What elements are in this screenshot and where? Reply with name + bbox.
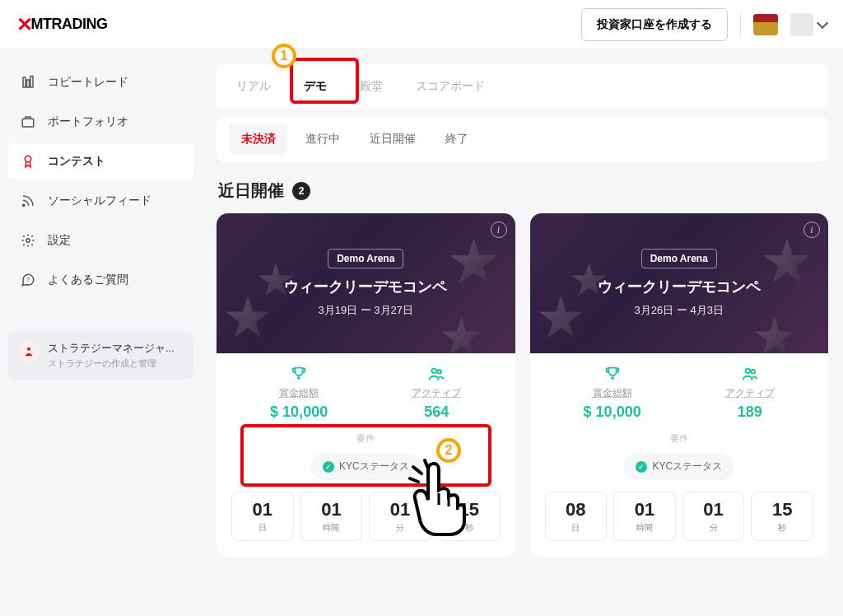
trophy-icon xyxy=(584,365,641,383)
sidebar-item-label: コピートレード xyxy=(48,75,128,90)
sidebar-item-label: コンテスト xyxy=(48,154,105,169)
kyc-status[interactable]: ✓ KYCステータス xyxy=(624,453,734,480)
active-value: 564 xyxy=(412,404,461,421)
svg-text:?: ? xyxy=(26,276,30,283)
sidebar-item-contest[interactable]: コンテスト xyxy=(8,143,193,180)
contest-card[interactable]: i Demo Arena ウィークリーデモコンペ 3月26日 ー 4月3日 賞金… xyxy=(530,213,829,558)
logo-text: MTRADING xyxy=(31,16,108,33)
req-label: 要件 xyxy=(558,432,801,445)
contest-dates: 3月19日 ー 3月27日 xyxy=(318,303,413,318)
sidebar-item-faq[interactable]: ? よくあるご質問 xyxy=(8,262,193,298)
sidebar-item-social[interactable]: ソーシャルフィード xyxy=(8,183,193,219)
treasure-icon[interactable] xyxy=(753,14,778,35)
active-label: アクティブ xyxy=(725,386,775,400)
card-banner: i Demo Arena ウィークリーデモコンペ 3月26日 ー 4月3日 xyxy=(530,213,829,353)
tabs-row: リアル デモ 殿堂 スコアボード xyxy=(217,64,828,109)
tab-hall[interactable]: 殿堂 xyxy=(360,64,383,109)
stats-row: 賞金総額 $ 10,000 アクティブ 189 xyxy=(542,365,817,421)
count-minutes: 01分 xyxy=(682,492,745,541)
sidebar-item-label: 設定 xyxy=(48,233,71,248)
requirements-box: 要件 ✓ KYCステータス xyxy=(245,432,487,480)
active-value: 189 xyxy=(725,404,775,421)
users-icon xyxy=(412,365,461,383)
chevron-down-icon xyxy=(817,16,828,28)
filter-upcoming[interactable]: 近日開催 xyxy=(358,124,427,155)
svg-point-12 xyxy=(751,370,755,374)
prize-stat: 賞金総額 $ 10,000 xyxy=(270,365,328,421)
avatar xyxy=(790,13,813,36)
count-minutes: 01分 xyxy=(369,492,431,541)
filter-ongoing[interactable]: 進行中 xyxy=(294,124,352,155)
arena-badge: Demo Arena xyxy=(641,249,717,268)
prize-stat: 賞金総額 $ 10,000 xyxy=(584,365,641,421)
briefcase-icon xyxy=(20,114,36,130)
svg-point-9 xyxy=(432,369,437,374)
logo[interactable]: ✕ MTRADING xyxy=(16,13,108,36)
filter-ended[interactable]: 終了 xyxy=(434,124,480,155)
header-divider xyxy=(740,12,741,37)
tab-scoreboard[interactable]: スコアボード xyxy=(416,64,485,109)
header: ✕ MTRADING 投資家口座を作成する xyxy=(0,0,843,49)
sidebar-item-settings[interactable]: 設定 xyxy=(8,222,193,259)
kyc-status[interactable]: ✓ KYCステータス xyxy=(311,453,421,480)
info-icon[interactable]: i xyxy=(803,222,820,238)
create-account-button[interactable]: 投資家口座を作成する xyxy=(581,8,728,41)
count-days: 08日 xyxy=(545,492,608,541)
prize-value: $ 10,000 xyxy=(584,404,641,421)
strategy-subtitle: ストラテジーの作成と管理 xyxy=(48,357,175,370)
active-label: アクティブ xyxy=(412,386,461,400)
count-seconds: 15秒 xyxy=(438,492,501,541)
count-days: 01日 xyxy=(231,492,294,541)
contest-dates: 3月26日 ー 4月3日 xyxy=(635,303,724,318)
contest-card[interactable]: i Demo Arena ウィークリーデモコンペ 3月19日 ー 3月27日 賞… xyxy=(217,213,515,558)
countdown-row: 08日 01時間 01分 15秒 xyxy=(542,492,817,546)
svg-point-5 xyxy=(23,204,25,206)
active-stat: アクティブ 564 xyxy=(412,365,461,421)
strategy-person-icon xyxy=(18,341,40,362)
star-icon xyxy=(762,238,812,287)
svg-point-4 xyxy=(25,156,31,162)
prize-label: 賞金総額 xyxy=(584,386,641,400)
sidebar-item-portfolio[interactable]: ポートフォリオ xyxy=(8,104,193,140)
card-body: 賞金総額 $ 10,000 アクティブ 564 要件 ✓ xyxy=(217,353,515,558)
strategy-title: ストラテジーマネージャ... xyxy=(48,341,175,356)
req-label: 要件 xyxy=(245,432,487,445)
user-menu[interactable] xyxy=(790,13,827,36)
chat-question-icon: ? xyxy=(20,272,36,288)
strategy-manager-card[interactable]: ストラテジーマネージャ... ストラテジーの作成と管理 xyxy=(8,331,193,380)
svg-point-11 xyxy=(745,369,750,374)
sidebar-item-label: ポートフォリオ xyxy=(48,114,128,129)
stats-row: 賞金総額 $ 10,000 アクティブ 564 xyxy=(228,365,504,421)
star-icon xyxy=(441,317,482,353)
check-icon: ✓ xyxy=(323,461,334,473)
section-title-text: 近日開催 xyxy=(218,180,284,202)
users-icon xyxy=(725,365,775,383)
filter-row: 未決済 進行中 近日開催 終了 xyxy=(217,117,828,161)
info-icon[interactable]: i xyxy=(491,222,507,238)
count-hours: 01時間 xyxy=(613,492,676,541)
active-stat: アクティブ 189 xyxy=(725,365,775,421)
sidebar-item-label: よくあるご質問 xyxy=(48,273,128,287)
filter-pending[interactable]: 未決済 xyxy=(230,124,287,155)
contest-title: ウィークリーデモコンペ xyxy=(598,277,761,296)
tab-real[interactable]: リアル xyxy=(236,64,271,109)
prize-label: 賞金総額 xyxy=(270,386,328,400)
prize-value: $ 10,000 xyxy=(270,404,328,421)
section-title: 近日開催 2 xyxy=(218,180,828,202)
kyc-label: KYCステータス xyxy=(652,460,722,474)
star-icon xyxy=(225,296,271,342)
svg-rect-1 xyxy=(27,80,30,87)
sidebar-item-copytrade[interactable]: コピートレード xyxy=(8,64,193,100)
countdown-row: 01日 01時間 01分 15秒 xyxy=(228,492,504,546)
card-body: 賞金総額 $ 10,000 アクティブ 189 要件 ✓ xyxy=(530,353,829,558)
gear-icon xyxy=(20,232,36,249)
svg-rect-2 xyxy=(30,77,33,88)
count-hours: 01時間 xyxy=(300,492,363,541)
svg-point-8 xyxy=(27,348,30,351)
star-icon xyxy=(754,317,795,353)
sidebar: コピートレード ポートフォリオ コンテスト ソーシャルフィード 設定 xyxy=(0,49,202,616)
tab-demo[interactable]: デモ xyxy=(304,64,327,109)
sidebar-item-label: ソーシャルフィード xyxy=(48,194,151,208)
cards-row: i Demo Arena ウィークリーデモコンペ 3月19日 ー 3月27日 賞… xyxy=(217,213,828,558)
card-banner: i Demo Arena ウィークリーデモコンペ 3月19日 ー 3月27日 xyxy=(217,213,515,353)
